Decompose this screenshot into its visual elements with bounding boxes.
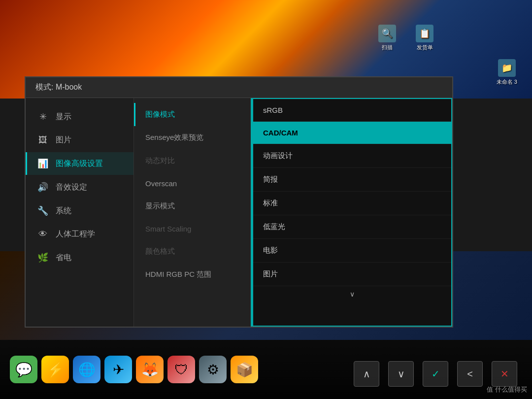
dock-icons-container: 💬 ⚡ 🌐 ✈ 🦊 🛡 ⚙ 📦 (0, 356, 268, 383)
display-icon: ✳ (37, 111, 49, 122)
folder-icon: 📁 (498, 59, 516, 77)
sidebar-item-power[interactable]: 🌿 省电 (26, 246, 133, 269)
desktop-icon-folder[interactable]: 📁 未命名 3 (497, 59, 517, 86)
osd-btn-left[interactable]: < (457, 361, 483, 387)
sidebar-item-picture[interactable]: 🖼 图片 (26, 129, 133, 151)
sidebar-item-pic-adv[interactable]: 📊 图像高级设置 (26, 152, 133, 175)
sidebar-item-audio[interactable]: 🔊 音效设定 (26, 176, 133, 199)
osd-controls: ∧ ∨ ✓ < ✕ (354, 361, 517, 387)
osd-right-panel: sRGB CAD/CAM 动画设计 简报 标准 低蓝光 电影 图片 (252, 98, 452, 327)
osd-btn-cancel[interactable]: ✕ (492, 361, 517, 387)
ergonomics-icon: 👁 (37, 229, 49, 239)
dock-icon-wechat[interactable]: 💬 (10, 356, 37, 383)
right-item-lowblue[interactable]: 低蓝光 (253, 215, 451, 239)
invoice-icon: 📋 (416, 25, 433, 42)
right-item-photo[interactable]: 图片 (253, 263, 451, 286)
right-item-standard[interactable]: 标准 (253, 192, 451, 215)
osd-title: 模式: M-book (26, 77, 452, 98)
osd-btn-up[interactable]: ∧ (354, 361, 379, 387)
osd-content: ✳ 显示 🖼 图片 📊 图像高级设置 🔊 音效设定 🔧 系统 👁 人体工程 (26, 98, 452, 327)
desktop-files-top: 🔍 扫描 📋 发货单 (378, 25, 433, 51)
right-item-cadcam[interactable]: CAD/CAM (253, 122, 451, 144)
right-item-briefing[interactable]: 简报 (253, 168, 451, 192)
pic-adv-icon: 📊 (37, 158, 49, 169)
power-icon: 🌿 (37, 252, 49, 263)
desktop-side-right: 📁 未命名 3 (497, 59, 517, 86)
dock-icon-settings[interactable]: ⚙ (199, 356, 227, 383)
middle-item-smartscale: Smart Scaling (134, 218, 251, 240)
osd-middle-panel: 图像模式 Senseye效果预览 动态对比 Overscan 显示模式 Smar… (134, 98, 252, 327)
desktop-icon-invoice[interactable]: 📋 发货单 (416, 25, 433, 51)
middle-item-disp-mode[interactable]: 显示模式 (134, 195, 251, 218)
middle-item-image-mode[interactable]: 图像模式 (134, 103, 251, 126)
dock-icon-thunder[interactable]: ⚡ (41, 356, 69, 383)
right-item-srgb[interactable]: sRGB (253, 99, 451, 122)
desktop-icon-scan[interactable]: 🔍 扫描 (378, 25, 396, 51)
sidebar-item-system[interactable]: 🔧 系统 (26, 200, 133, 222)
osd-btn-down[interactable]: ∨ (388, 361, 414, 387)
middle-item-dynamic: 动态对比 (134, 149, 251, 172)
dock-icon-archive[interactable]: 📦 (231, 356, 258, 383)
sidebar-item-display[interactable]: ✳ 显示 (26, 105, 133, 128)
right-item-animation[interactable]: 动画设计 (253, 144, 451, 168)
sidebar-item-ergonomics[interactable]: 👁 人体工程学 (26, 223, 133, 245)
middle-item-senseye[interactable]: Senseye效果预览 (134, 126, 251, 149)
middle-item-overscan[interactable]: Overscan (134, 172, 251, 195)
dock-icon-blue-app[interactable]: 🌐 (73, 356, 100, 383)
osd-btn-confirm[interactable]: ✓ (423, 361, 448, 387)
right-item-movie[interactable]: 电影 (253, 239, 451, 263)
watermark: 值 什么值得买 (487, 385, 527, 394)
picture-icon: 🖼 (37, 135, 49, 145)
dock-icon-telegram[interactable]: ✈ (104, 356, 132, 383)
system-icon: 🔧 (37, 205, 49, 216)
osd-sidebar: ✳ 显示 🖼 图片 📊 图像高级设置 🔊 音效设定 🔧 系统 👁 人体工程 (26, 98, 134, 327)
audio-icon: 🔊 (37, 182, 49, 193)
dock-icon-red-app[interactable]: 🛡 (167, 356, 195, 383)
monitor-osd: 模式: M-book ✳ 显示 🖼 图片 📊 图像高级设置 🔊 音效设定 🔧 (25, 76, 453, 328)
middle-item-hdmi-rgb[interactable]: HDMI RGB PC 范围 (134, 263, 251, 286)
middle-item-color-fmt: 颜色格式 (134, 240, 251, 263)
scan-icon: 🔍 (378, 25, 396, 42)
dock-icon-firefox[interactable]: 🦊 (136, 356, 164, 383)
scroll-down-arrow: ∨ (253, 286, 451, 302)
